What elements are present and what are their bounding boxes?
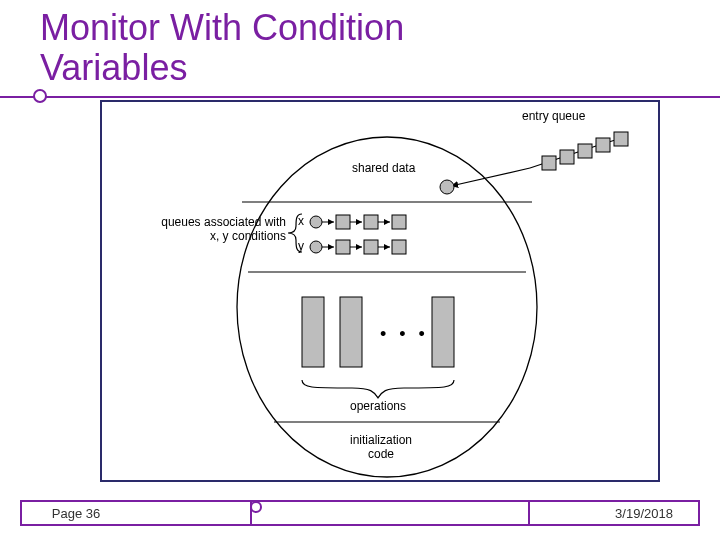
- label-queues-associated: queues associated with x, y conditions: [116, 216, 286, 244]
- svg-rect-20: [364, 215, 378, 229]
- svg-rect-12: [578, 144, 592, 158]
- label-init-l2: code: [368, 447, 394, 461]
- label-shared-data: shared data: [352, 162, 415, 176]
- svg-rect-11: [596, 138, 610, 152]
- title-underline: [0, 96, 720, 98]
- diagram-frame: entry queue shared data queues associate…: [100, 100, 660, 482]
- label-x: x: [298, 215, 304, 229]
- svg-point-15: [440, 180, 454, 194]
- title-bullet-dot: [33, 89, 47, 103]
- label-queues-assoc-l2: x, y conditions: [210, 229, 286, 243]
- label-init-l1: initialization: [350, 433, 412, 447]
- label-ellipsis: • • •: [380, 324, 429, 345]
- label-operations: operations: [350, 400, 406, 414]
- svg-rect-32: [432, 297, 454, 367]
- footer-date-box: 3/19/2018: [590, 500, 700, 526]
- label-entry-queue: entry queue: [522, 110, 585, 124]
- footer-page-number: Page 36: [52, 506, 100, 521]
- svg-rect-25: [336, 240, 350, 254]
- svg-rect-14: [542, 156, 556, 170]
- monitor-diagram-svg: [102, 102, 658, 480]
- label-queues-assoc-l1: queues associated with: [161, 215, 286, 229]
- footer-date: 3/19/2018: [615, 506, 673, 521]
- title-line-1: Monitor With Condition: [40, 7, 404, 48]
- svg-point-16: [310, 216, 322, 228]
- slide-footer: Page 36 3/19/2018: [20, 500, 700, 526]
- svg-point-23: [310, 241, 322, 253]
- svg-rect-22: [392, 215, 406, 229]
- footer-bullet-dot: [250, 501, 262, 513]
- svg-rect-31: [340, 297, 362, 367]
- svg-rect-18: [336, 215, 350, 229]
- label-y: y: [298, 240, 304, 254]
- slide-title: Monitor With Condition Variables: [40, 8, 404, 87]
- svg-rect-10: [614, 132, 628, 146]
- svg-rect-30: [302, 297, 324, 367]
- title-line-2: Variables: [40, 47, 187, 88]
- svg-point-0: [237, 137, 537, 477]
- footer-middle-box: [250, 500, 530, 526]
- footer-page-box: Page 36: [20, 500, 130, 526]
- svg-rect-27: [364, 240, 378, 254]
- svg-rect-29: [392, 240, 406, 254]
- label-initialization-code: initialization code: [350, 434, 412, 462]
- svg-rect-13: [560, 150, 574, 164]
